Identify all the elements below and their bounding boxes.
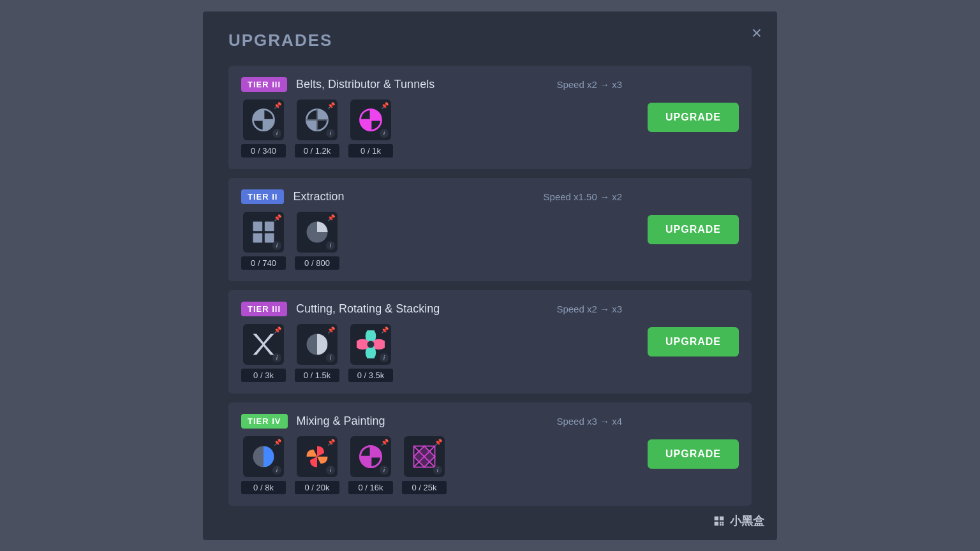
tier-badge: TIER IV [241,414,288,429]
upgrade-row-3: TIER IVMixing & PaintingSpeed x3 → x4📌i0… [228,402,752,506]
item-icon-wrap: 📌i [404,436,445,477]
info-icon[interactable]: i [272,129,281,138]
item-count: 0 / 3k [241,369,286,382]
item-count: 0 / 1.2k [295,144,339,158]
item-icon-wrap: 📌i [297,212,338,253]
item-icon-wrap: 📌i [350,99,391,140]
info-icon[interactable]: i [380,129,389,138]
item-cell: 📌i0 / 1.2k [295,99,339,158]
pin-icon: 📌 [327,327,335,334]
item-cell: 📌i0 / 3k [241,324,286,382]
speed-info: Speed x2 → x3 [556,79,622,90]
info-icon[interactable]: i [272,466,281,474]
pin-icon: 📌 [381,439,389,446]
items-row: 📌i0 / 740📌i0 / 800 [241,212,635,270]
info-icon[interactable]: i [326,466,335,474]
item-count: 0 / 8k [241,481,286,494]
item-count: 0 / 800 [295,256,339,270]
info-icon[interactable]: i [380,466,389,474]
svg-rect-10 [317,334,328,355]
info-icon[interactable]: i [272,353,281,362]
pin-icon: 📌 [274,439,281,446]
pin-icon: 📌 [381,102,389,109]
items-row: 📌i0 / 3k📌i0 / 1.5k📌i0 / 3.5k [241,324,635,382]
pin-icon: 📌 [434,439,442,446]
info-icon[interactable]: i [380,353,389,362]
item-cell: 📌i0 / 1k [348,99,393,158]
item-count: 0 / 16k [348,481,393,494]
item-icon-wrap: 📌i [243,436,284,477]
pin-icon: 📌 [274,214,281,221]
item-icon-wrap: 📌i [350,436,391,477]
watermark-icon [712,514,726,528]
item-icon-wrap: 📌i [297,99,338,140]
watermark-text: 小黑盒 [730,513,764,529]
item-icon-wrap: 📌i [243,212,284,253]
svg-rect-18 [264,446,274,467]
row-left: TIER IVMixing & PaintingSpeed x3 → x4📌i0… [241,414,635,494]
speed-info: Speed x1.50 → x2 [544,191,622,202]
row-header: TIER IIIBelts, Distributor & TunnelsSpee… [241,77,635,92]
item-cell: 📌i0 / 800 [295,212,339,270]
upgrade-button[interactable]: UPGRADE [648,439,739,469]
upgrade-row-2: TIER IIICutting, Rotating & StackingSpee… [228,290,752,393]
upgrade-row-1: TIER IIExtractionSpeed x1.50 → x2📌i0 / 7… [228,178,752,281]
speed-info: Speed x3 → x4 [556,416,622,427]
row-left: TIER IIICutting, Rotating & StackingSpee… [241,302,635,382]
item-icon-wrap: 📌i [297,436,338,477]
item-count: 0 / 1.5k [295,369,339,382]
item-count: 0 / 3.5k [348,369,393,382]
item-count: 0 / 1k [348,144,393,158]
close-button[interactable]: × [752,24,762,42]
upgrade-button[interactable]: UPGRADE [648,327,739,356]
tier-badge: TIER III [241,77,287,92]
upgrade-name: Belts, Distributor & Tunnels [296,78,434,91]
item-count: 0 / 25k [402,481,447,494]
item-cell: 📌i0 / 340 [241,99,286,158]
item-cell: 📌i0 / 3.5k [348,324,393,382]
row-header: TIER IIExtractionSpeed x1.50 → x2 [241,189,635,204]
pin-icon: 📌 [327,214,335,221]
svg-rect-6 [265,233,274,242]
item-count: 0 / 340 [241,144,286,158]
upgrade-name: Mixing & Painting [297,415,385,428]
info-icon[interactable]: i [326,129,335,138]
tier-badge: TIER II [241,189,284,204]
upgrades-modal: UPGRADES × TIER IIIBelts, Distributor & … [203,11,777,540]
svg-rect-4 [265,221,274,231]
speed-info: Speed x2 → x3 [556,304,622,314]
upgrade-name: Extraction [293,190,344,203]
item-cell: 📌i0 / 1.5k [295,324,339,382]
upgrade-button[interactable]: UPGRADE [648,215,739,244]
svg-point-15 [368,341,375,348]
item-icon-wrap: 📌i [243,324,284,365]
info-icon[interactable]: i [272,241,281,250]
item-icon-wrap: 📌i [350,324,391,365]
pin-icon: 📌 [327,439,335,446]
rows-container: TIER IIIBelts, Distributor & TunnelsSpee… [228,66,752,506]
svg-rect-3 [253,221,263,231]
pin-icon: 📌 [274,102,281,109]
row-left: TIER IIIBelts, Distributor & TunnelsSpee… [241,77,635,158]
pin-icon: 📌 [327,102,335,109]
row-header: TIER IIICutting, Rotating & StackingSpee… [241,302,635,316]
watermark: 小黑盒 [712,513,764,529]
item-count: 0 / 740 [241,256,286,270]
row-left: TIER IIExtractionSpeed x1.50 → x2📌i0 / 7… [241,189,635,270]
item-icon-wrap: 📌i [297,324,338,365]
pin-icon: 📌 [381,327,389,334]
item-cell: 📌i0 / 8k [241,436,286,494]
upgrade-row-0: TIER IIIBelts, Distributor & TunnelsSpee… [228,66,752,169]
info-icon[interactable]: i [326,353,335,362]
item-cell: 📌i0 / 740 [241,212,286,270]
upgrade-button[interactable]: UPGRADE [648,103,739,132]
tier-badge: TIER III [241,302,287,316]
svg-rect-5 [253,233,263,242]
item-count: 0 / 20k [295,481,339,494]
pin-icon: 📌 [274,327,281,334]
item-cell: 📌i0 / 25k [402,436,447,494]
info-icon[interactable]: i [326,241,335,250]
info-icon[interactable]: i [433,466,442,474]
item-cell: 📌i0 / 16k [348,436,393,494]
item-icon-wrap: 📌i [243,99,284,140]
